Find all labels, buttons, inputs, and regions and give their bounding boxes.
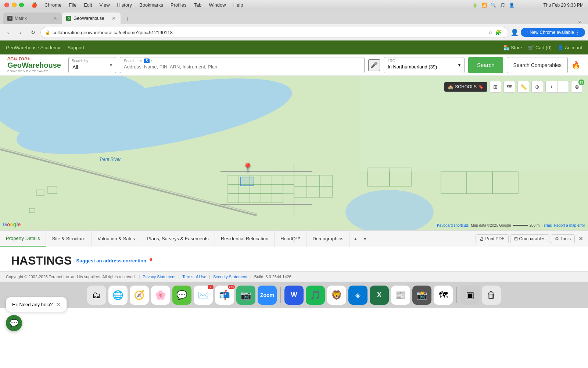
tab-property-details[interactable]: Property Details [0,231,46,247]
zoom-out-btn[interactable]: − [557,81,569,93]
measure-btn[interactable]: 📏 [517,81,529,93]
profiles-menu[interactable]: Profiles [171,2,186,8]
tab-plans-surveys[interactable]: Plans, Surveys & Easements [141,231,215,247]
chrome-update-btn[interactable]: ↑ New Chrome available ⋮ [521,28,585,37]
print-pdf-btn[interactable]: 🖨 Print PDF [476,234,509,243]
map-pin[interactable]: 📍 [242,163,253,173]
dock-brave[interactable]: 🦁 [327,286,346,305]
dock-trash[interactable]: 🗑 [482,286,501,305]
nav-academy[interactable]: GeoWarehouse Academy [6,45,60,50]
tools-btn[interactable]: ⚙ Tools [551,234,575,243]
footer-security-link[interactable]: Security Statement [213,275,247,279]
hot-properties-icon[interactable]: 🔥 [571,61,581,70]
zoom-in-btn[interactable]: + [545,81,557,93]
footer-terms-link[interactable]: Terms of Use [182,275,206,279]
nav-cart[interactable]: 🛒 Cart (0) [528,45,552,50]
chrome-menu[interactable]: Chrome [44,2,61,8]
bookmarks-menu[interactable]: Bookmarks [139,2,163,8]
tab-hoodq[interactable]: HoodQ™ [275,231,306,247]
search-button[interactable]: Search [468,57,503,73]
close-panel-btn[interactable]: ✕ [576,234,585,243]
dock-mail[interactable]: ✉️ 2 [194,286,213,305]
dock-messages[interactable]: 💬 [172,286,191,305]
tab-geowarehouse[interactable]: G GeoWarehouse ✕ [62,13,121,24]
profile-avatar[interactable]: 👤 [510,28,519,36]
suggest-correction-link[interactable]: Suggest an address correction 📍 [76,258,154,264]
terms-link[interactable]: Terms [542,223,552,227]
dock-finder2[interactable]: ▣ [460,286,480,305]
view-menu[interactable]: View [100,2,110,8]
address-bar[interactable]: 🔒 collaboration.geowarehouse.ca/ui/home?… [40,27,508,38]
map-container[interactable]: Trent River 📍 🏫 SCHOOLS 🔖 ⊞ 🗺 📏 ⊕ + − ⊛ … [0,76,588,230]
dock-excel[interactable]: X [370,286,389,305]
extension-icon[interactable]: 🧩 [495,29,501,35]
keyboard-shortcuts-link[interactable]: Keyboard shortcuts [437,223,469,227]
tab-list-btn[interactable]: ⌄ [577,17,582,24]
dock-mail2[interactable]: 📬 174 [215,286,234,305]
dock-photos[interactable]: 🌸 [151,286,170,305]
comparables-btn[interactable]: ⊞ Comparables [510,234,549,243]
close-window-btn[interactable] [4,3,9,7]
tab-residential-relocation[interactable]: Residential Relocation [215,231,275,247]
chat-close-btn[interactable]: ✕ [56,301,61,308]
minimize-window-btn[interactable] [12,3,17,7]
dock-maps[interactable]: 🗺 [434,286,453,305]
dock-finder[interactable]: 🗂 [87,286,106,305]
tab-close-geo[interactable]: ✕ [112,15,116,21]
report-map-error-link[interactable]: Report a map error [554,223,585,227]
chat-open-btn[interactable]: 💬 [6,315,22,331]
map-type-btn[interactable]: 🗺 [503,81,515,93]
window-controls[interactable] [4,3,24,7]
layers-btn[interactable]: ⊞ [490,81,501,93]
dock-capture[interactable]: 📸 [412,286,431,305]
dock-safari[interactable]: 🧭 [130,286,149,305]
edit-menu[interactable]: Edit [84,2,92,8]
tools-icon: ⚙ [555,236,559,241]
dock-word[interactable]: W [284,286,304,305]
footer-build: Build: 3.0.2544.1426 [254,275,291,279]
tab-close-matrix[interactable]: ✕ [53,15,57,21]
footer-privacy-link[interactable]: Privacy Statement [143,275,175,279]
dock-spotify[interactable]: 🎵 [306,286,325,305]
tab-valuation-sales[interactable]: Valuation & Sales [92,231,141,247]
tab-menu[interactable]: Tab [194,2,201,8]
maximize-window-btn[interactable] [19,3,24,7]
layers-badge-btn[interactable]: ⊛ 15 [571,81,583,93]
dock-edge[interactable]: ◈ [348,286,368,305]
forward-btn[interactable]: › [15,27,26,38]
dock-zoom[interactable]: Zoom [258,286,277,305]
search-comparables-button[interactable]: Search Comparables [507,57,568,73]
nav-store[interactable]: 🏪 Store [503,45,522,50]
svg-rect-5 [228,175,239,184]
tabs-up-btn[interactable]: ▲ [351,234,360,243]
apple-menu[interactable]: 🍎 [31,2,37,8]
nav-account[interactable]: 👤 Account [557,45,582,50]
dock-facetime[interactable]: 📷 [236,286,255,305]
tabs-down-btn[interactable]: ▼ [361,234,369,243]
new-tab-btn[interactable]: + [122,14,132,24]
schools-btn[interactable]: 🏫 SCHOOLS 🔖 [444,82,487,92]
nav-support[interactable]: Support [68,45,85,50]
tab-site-structure[interactable]: Site & Structure [46,231,92,247]
chrome-update-more[interactable]: ⋮ [576,30,580,35]
reload-btn[interactable]: ↻ [28,27,38,38]
search-by-dropdown[interactable]: Search by All ▾ [68,57,116,73]
bottom-tabs: Property Details Site & Structure Valuat… [0,230,588,247]
map-background[interactable]: Trent River 📍 🏫 SCHOOLS 🔖 ⊞ 🗺 📏 ⊕ + − ⊛ … [0,76,588,230]
tab-demographics[interactable]: Demographics [306,231,349,247]
history-menu[interactable]: History [117,2,132,8]
bookmark-icon[interactable]: ☆ [488,29,493,35]
search-text-input[interactable] [124,64,361,70]
locate-btn[interactable]: ⊕ [531,81,543,93]
address-text: collaboration.geowarehouse.ca/ui/home?pi… [53,30,486,35]
lro-dropdown[interactable]: LRO In Northumberland (39) ▾ [384,57,465,73]
dock-news[interactable]: 📰 [391,286,410,305]
tab-matrix[interactable]: M Matrix ✕ [3,13,62,24]
window-menu[interactable]: Window [209,2,226,8]
back-btn[interactable]: ‹ [3,27,13,38]
logo: REALTOR® GeoWarehouse POWERED BY TERANET [7,57,61,73]
dock-chrome[interactable]: 🌐 [108,286,128,305]
help-menu[interactable]: Help [233,2,243,8]
file-menu[interactable]: File [69,2,76,8]
mic-btn[interactable]: 🎤 [368,59,380,71]
